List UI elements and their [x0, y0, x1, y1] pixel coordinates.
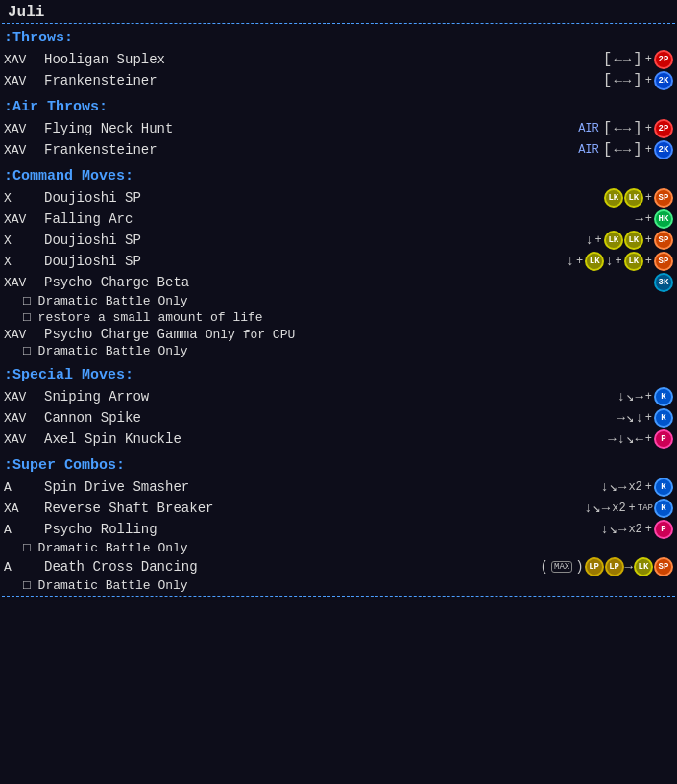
arrow-down: ↓ — [617, 390, 625, 404]
move-icons: 3K — [500, 273, 673, 292]
move-left: A Psycho Rolling — [4, 522, 311, 537]
arrow-fwd: → — [625, 560, 633, 574]
move-name: Flying Neck Hunt — [44, 121, 173, 136]
btn-2k: 2K — [654, 140, 673, 159]
move-prefix: A — [4, 523, 44, 537]
move-left: XAV Frankensteiner — [4, 142, 311, 158]
plus: + — [645, 255, 652, 268]
btn-lp: LP — [605, 557, 624, 576]
arrow-fwd: → — [623, 143, 631, 157]
btn-2p: 2P — [654, 119, 673, 138]
move-icons: ↓ + LK ↓ + LK + SP — [500, 252, 673, 271]
plus: + — [645, 411, 652, 425]
btn-lk: LK — [624, 252, 643, 271]
btn-2p: 2P — [654, 50, 673, 69]
btn-k: K — [654, 408, 673, 428]
move-prefix: XAV — [4, 122, 44, 136]
x2-tag: x2 — [628, 523, 641, 536]
move-icons: ↓ ↘ → x2 + K — [500, 478, 673, 497]
move-left: A Death Cross Dancing — [4, 559, 311, 575]
btn-k: K — [654, 387, 673, 406]
arrow-diagfwd: ↘ — [610, 480, 617, 494]
btn-2k: 2K — [654, 71, 673, 90]
move-icons: ↓ ↘ → + K — [500, 387, 673, 406]
arrow-diagfwd: ↘ — [610, 523, 617, 536]
move-name: Sniping Arrow — [44, 389, 149, 404]
move-row: XAV Cannon Spike → ↘ ↓ + K — [4, 407, 673, 429]
move-prefix: A — [4, 560, 44, 575]
move-name: Doujioshi SP — [44, 190, 141, 206]
btn-p: P — [654, 520, 673, 539]
btn-lk: LK — [585, 252, 604, 271]
note-row: □ Dramatic Battle Only — [4, 540, 673, 556]
move-icons: [ ← → ] + 2K — [500, 71, 673, 90]
move-icons: ↓ ↘ → x2 + P — [500, 520, 673, 539]
move-left: XAV Psycho Charge Gamma Only for CPU — [4, 327, 311, 342]
plus: + — [645, 122, 652, 135]
move-name: Frankensteiner — [44, 142, 157, 158]
arrow-fwd: → — [608, 432, 616, 446]
btn-lk: LK — [604, 231, 623, 250]
move-name: Spin Drive Smasher — [44, 479, 189, 495]
arrow-down: ↓ — [584, 502, 592, 515]
paren-open: ( — [541, 559, 548, 575]
move-prefix: XAV — [4, 390, 44, 404]
btn-p: P — [654, 429, 673, 449]
move-left: XAV Cannon Spike — [4, 410, 311, 426]
move-prefix: XAV — [4, 212, 44, 227]
note-row: □ Dramatic Battle Only — [4, 293, 673, 309]
move-left: X Doujioshi SP — [4, 190, 311, 206]
note-row: □ Dramatic Battle Only — [4, 343, 673, 359]
special-moves-section: :Special Moves: XAV Sniping Arrow ↓ ↘ → … — [0, 361, 677, 452]
bracket-open: [ — [603, 120, 613, 137]
move-name: Falling Arc — [44, 211, 133, 227]
move-name: Frankensteiner — [44, 73, 157, 88]
super-combos-section: :Super Combos: A Spin Drive Smasher ↓ ↘ … — [0, 452, 677, 596]
btn-3k: 3K — [654, 273, 673, 292]
move-icons: ( MAX ) LP LP → LK SP — [500, 557, 673, 576]
move-left: X Doujioshi SP — [4, 254, 311, 269]
move-row: XAV Frankensteiner AIR [ ← → ] + 2K — [4, 139, 673, 160]
super-combos-header: :Super Combos: — [4, 457, 673, 474]
move-row: XAV Falling Arc → + HK — [4, 208, 673, 230]
max-tag: MAX — [551, 561, 572, 573]
move-prefix: X — [4, 191, 44, 206]
note-row: □ restore a small amount of life — [4, 309, 673, 326]
bracket-open: [ — [603, 72, 613, 89]
arrow-back: ← — [614, 143, 621, 157]
move-row: XAV Psycho Charge Gamma Only for CPU — [4, 326, 673, 343]
arrow-diagfwd: ↘ — [626, 390, 634, 404]
move-name: Psycho Charge Beta — [44, 275, 189, 290]
plus: + — [629, 502, 636, 515]
move-row: XAV Frankensteiner [ ← → ] + 2K — [4, 70, 673, 91]
air-tag: AIR — [578, 143, 599, 157]
btn-hk: HK — [654, 209, 673, 229]
arrow-down: ↓ — [585, 233, 592, 247]
arrow-fwd: → — [635, 390, 642, 404]
move-prefix: XAV — [4, 432, 44, 447]
move-icons: → + HK — [500, 209, 673, 229]
bracket-open: [ — [603, 51, 613, 68]
move-left: A Spin Drive Smasher — [4, 479, 311, 495]
arrow-fwd: → — [618, 523, 626, 536]
plus: + — [576, 255, 583, 268]
move-row: A Spin Drive Smasher ↓ ↘ → x2 + K — [4, 477, 673, 498]
plus: + — [645, 74, 652, 87]
arrow-down: ↓ — [635, 411, 642, 425]
btn-lp: LP — [585, 557, 604, 576]
x2-tag: x2 — [612, 502, 625, 515]
command-moves-header: :Command Moves: — [4, 168, 673, 184]
arrow-back: ← — [614, 122, 621, 135]
move-row: X Doujioshi SP LK LK + SP — [4, 187, 673, 208]
arrow-back: ← — [635, 432, 642, 446]
air-throws-section: :Air Throws: XAV Flying Neck Hunt AIR [ … — [0, 93, 677, 162]
move-row: A Death Cross Dancing ( MAX ) LP LP → LK… — [4, 556, 673, 577]
btn-k: K — [654, 499, 673, 518]
btn-lk: LK — [624, 188, 643, 208]
arrow-down: ↓ — [600, 523, 608, 536]
arrow-diagfwd: ↘ — [592, 502, 600, 515]
move-prefix: A — [4, 480, 44, 495]
note-row: □ Dramatic Battle Only — [4, 577, 673, 594]
move-icons: LK LK + SP — [500, 188, 673, 208]
move-row: XAV Sniping Arrow ↓ ↘ → + K — [4, 386, 673, 407]
